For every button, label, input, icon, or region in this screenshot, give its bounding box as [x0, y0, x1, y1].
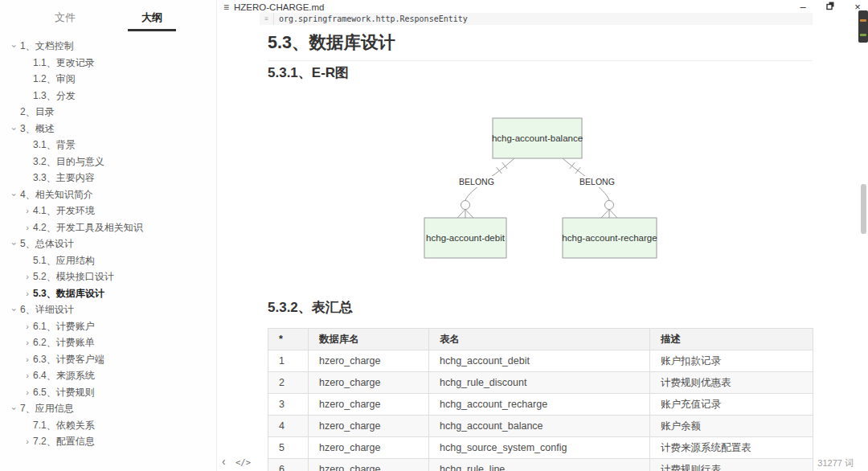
outline-item-label: 6.5、计费规则 — [33, 387, 95, 398]
table-row: 5hzero_chargehchg_source_system_config计费… — [268, 437, 813, 459]
outline-item[interactable]: 3.1、背景 — [0, 137, 216, 154]
outline-item-label: 5.3、数据库设计 — [33, 288, 104, 299]
er-many-marker-right — [601, 210, 617, 219]
outline-item[interactable]: ›4、相关知识简介 — [0, 186, 216, 203]
caret-right-icon[interactable]: › — [22, 351, 33, 368]
outline-item[interactable]: ›6.5、计费规则 — [0, 384, 216, 401]
outline-item-label: 5、总体设计 — [20, 238, 74, 249]
outline-item[interactable]: 1.1、更改记录 — [0, 55, 216, 72]
outline-item-label: 3.3、主要内容 — [33, 172, 95, 183]
er-relationship-label-left: BELONG — [459, 177, 494, 186]
document-title: HZERO-CHARGE.md — [234, 2, 324, 12]
scrollbar-thumb[interactable] — [861, 184, 866, 234]
table-cell: hzero_charge — [309, 459, 429, 471]
caret-down-icon[interactable]: › — [6, 304, 23, 315]
summary-table: *数据库名表名描述 1hzero_chargehchg_account_debi… — [268, 328, 813, 471]
restore-icon — [826, 2, 835, 10]
table-cell: hzero_charge — [309, 416, 429, 437]
outline-item-label: 2、目录 — [20, 106, 55, 117]
er-zero-marker-right — [605, 201, 614, 210]
caret-down-icon[interactable]: › — [6, 123, 23, 134]
outline-item-label: 3、概述 — [20, 123, 55, 134]
source-code-mode-icon[interactable]: </> — [235, 457, 251, 467]
outline-item[interactable]: 1.2、审阅 — [0, 71, 216, 88]
table-cell: hzero_charge — [309, 437, 429, 459]
outline-item[interactable]: ›7、应用信息 — [0, 400, 216, 417]
caret-right-icon[interactable]: › — [22, 268, 33, 285]
table-cell: hchg_source_system_config — [429, 437, 650, 459]
table-row: 3hzero_chargehchg_account_recharge账户充值记录 — [268, 394, 813, 416]
app-window: 文件 大纲 ›1、文档控制1.1、更改记录1.2、审阅1.3、分发2、目录›3、… — [0, 0, 868, 471]
caret-right-icon[interactable]: › — [22, 318, 33, 335]
outline-item-label: 1.3、分发 — [33, 90, 76, 101]
outline-item[interactable]: ›5、总体设计 — [0, 236, 216, 252]
outline-item[interactable]: ›5.3、数据库设计 — [0, 285, 216, 302]
code-gutter-icon: ≡ — [260, 13, 274, 25]
table-row: 6hzero_chargehchg_rule_line计费规则行表 — [268, 459, 813, 471]
outline-item[interactable]: ›6.2、计费账单 — [0, 334, 216, 351]
caret-right-icon[interactable]: › — [22, 285, 33, 302]
outline-item-label: 7、应用信息 — [20, 403, 74, 414]
outline-item[interactable]: 1.3、分发 — [0, 88, 216, 104]
er-relationship-label-right: BELONG — [579, 177, 615, 186]
outline-item-label: 1.1、更改记录 — [33, 57, 95, 68]
caret-down-icon[interactable]: › — [6, 189, 23, 200]
outline-item[interactable]: ›6.1、计费账户 — [0, 318, 216, 335]
table-cell: hchg_rule_line — [429, 459, 650, 471]
outline-item[interactable]: 3.3、主要内容 — [0, 170, 216, 186]
table-cell: 计费规则行表 — [650, 459, 813, 471]
outline-item-label: 7.1、依赖关系 — [33, 420, 95, 431]
restore-button[interactable] — [825, 2, 836, 13]
outline-item[interactable]: ›7.2、配置信息 — [0, 433, 216, 450]
outline-item[interactable]: ›4.1、开发环境 — [0, 203, 216, 219]
code-line: org.springframework.http.ResponseEntity — [274, 14, 468, 23]
tab-files[interactable]: 文件 — [45, 10, 85, 25]
table-cell: 4 — [268, 416, 309, 437]
caret-right-icon[interactable]: › — [22, 367, 33, 384]
table-cell: hchg_rule_discount — [429, 372, 650, 394]
outline-item[interactable]: 3.2、目的与意义 — [0, 154, 216, 170]
outline-item-label: 4.1、开发环境 — [33, 205, 95, 216]
titlebar-left: ≡ HZERO-CHARGE.md — [223, 2, 324, 13]
code-block-clipped[interactable]: ≡ org.springframework.http.ResponseEntit… — [260, 13, 813, 25]
outline-item[interactable]: 2、目录 — [0, 104, 216, 121]
sidebar-collapse-icon[interactable]: ‹ — [222, 455, 226, 468]
outline-item-label: 6.4、来源系统 — [33, 370, 95, 381]
outline-item-label: 7.2、配置信息 — [33, 436, 95, 447]
table-cell: 5 — [268, 437, 309, 459]
caret-right-icon[interactable]: › — [22, 203, 33, 219]
caret-right-icon[interactable]: › — [22, 433, 33, 450]
outline-item[interactable]: 7.1、依赖关系 — [0, 417, 216, 434]
outline-item[interactable]: 5.1、应用结构 — [0, 252, 216, 269]
caret-down-icon[interactable]: › — [6, 40, 23, 51]
table-row: 4hzero_chargehchg_account_balance账户余额 — [268, 416, 813, 437]
table-cell: 3 — [268, 394, 309, 416]
table-row: 1hzero_chargehchg_account_debit账户扣款记录 — [268, 350, 813, 372]
outline-item[interactable]: ›6.4、来源系统 — [0, 367, 216, 384]
table-header-row: *数据库名表名描述 — [268, 329, 813, 350]
caret-right-icon[interactable]: › — [22, 219, 33, 236]
caret-down-icon[interactable]: › — [6, 238, 23, 249]
table-header-cell: 表名 — [429, 329, 650, 350]
outline-item[interactable]: ›6、详细设计 — [0, 301, 216, 318]
table-cell: 账户充值记录 — [650, 394, 813, 416]
table-cell: hchg_account_debit — [429, 350, 650, 372]
outline-item-label: 6.1、计费账户 — [33, 321, 95, 332]
outline-item-label: 6、详细设计 — [20, 304, 74, 315]
outline-item-label: 6.2、计费账单 — [33, 337, 95, 348]
caret-right-icon[interactable]: › — [22, 384, 33, 401]
outline-item[interactable]: ›1、文档控制 — [0, 38, 216, 55]
er-heading: 5.3.1、E-R图 — [268, 63, 349, 82]
caret-right-icon[interactable]: › — [22, 334, 33, 351]
outline-item[interactable]: ›4.2、开发工具及相关知识 — [0, 219, 216, 236]
menu-icon[interactable]: ≡ — [223, 2, 229, 13]
table-cell: 2 — [268, 372, 309, 394]
outline-item[interactable]: ›3、概述 — [0, 121, 216, 137]
outline-item[interactable]: ›6.3、计费客户端 — [0, 351, 216, 368]
er-diagram[interactable]: BELONG BELONG hchg-account-balance hchg-… — [362, 108, 715, 265]
minimize-button[interactable]: – — [797, 2, 809, 13]
tab-outline[interactable]: 大纲 — [128, 10, 176, 31]
table-cell: 账户扣款记录 — [650, 350, 813, 372]
outline-item[interactable]: ›5.2、模块接口设计 — [0, 268, 216, 285]
caret-down-icon[interactable]: › — [6, 403, 23, 414]
